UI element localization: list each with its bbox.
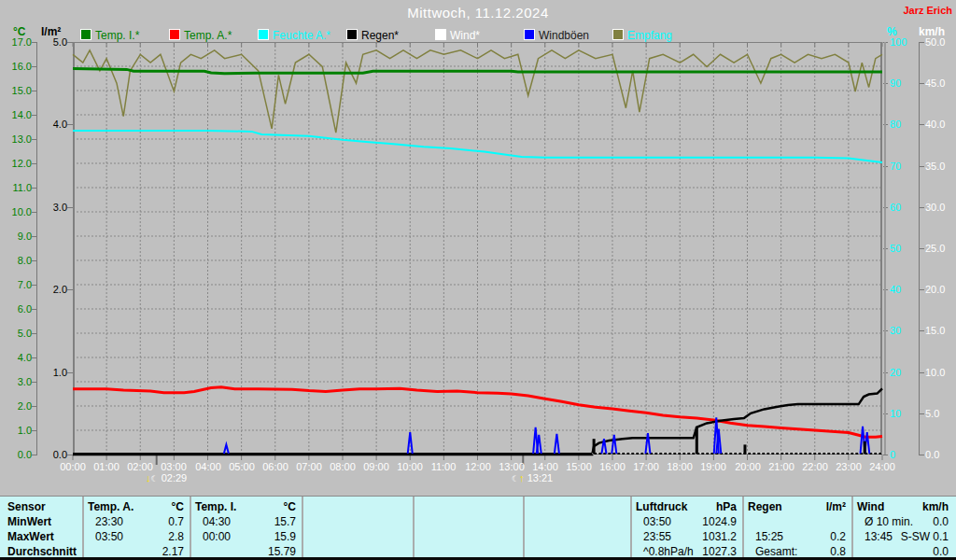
humidity-axis-label: 100 [890, 36, 907, 48]
celsius-axis-label: 12.0 [6, 158, 32, 169]
x-axis-label: 01:00 [88, 461, 125, 472]
celsius-axis-tick [32, 163, 36, 164]
humidity-axis-label: 60 [890, 202, 901, 213]
feuchte_a-swatch-icon [258, 29, 269, 40]
series-windboeen-spike [555, 434, 559, 454]
table-cell-value: 1031.2 [634, 530, 737, 543]
moon-marker-time: 13:21 [527, 472, 554, 483]
wind-swatch-icon [435, 29, 446, 40]
humidity-axis-label: 80 [890, 119, 901, 130]
table-cell-value: 0.8 [746, 545, 846, 558]
x-axis-label: 15:00 [560, 461, 598, 472]
celsius-axis-label: 3.0 [6, 376, 32, 387]
legend-item-windboeen[interactable]: Windböen [524, 29, 589, 42]
celsius-axis-label: 8.0 [6, 255, 32, 266]
x-axis-label: 05:00 [223, 461, 260, 472]
x-axis-label: 07:00 [290, 461, 328, 472]
legend-item-regen[interactable]: Regen* [346, 29, 399, 42]
wind-axis-tick [920, 289, 924, 290]
wind-axis-tick [920, 455, 924, 455]
legend-item-wind[interactable]: Wind* [435, 29, 480, 42]
celsius-axis-label: 5.0 [6, 328, 32, 339]
table-cell-value: 0.2 [746, 530, 846, 543]
series-windboeen-spike [645, 433, 650, 454]
empfang-swatch-icon [612, 29, 624, 40]
x-axis-label: 12:00 [459, 461, 497, 472]
celsius-axis-tick [32, 406, 36, 407]
legend-label: Windböen [539, 29, 589, 42]
legend-item-temp_i[interactable]: Temp. I.* [80, 29, 139, 42]
celsius-axis-label: 17.0 [6, 36, 32, 48]
moon-marker-moonrise: ☾↑ 13:21 [512, 472, 553, 483]
x-axis-label: 16:00 [594, 461, 631, 472]
table-cell-value: 2.17 [86, 545, 184, 558]
regen-swatch-icon [346, 29, 358, 40]
celsius-axis-label: 4.0 [6, 352, 32, 363]
table-group-unit: °C [193, 500, 296, 513]
x-axis-label: 21:00 [763, 461, 800, 472]
celsius-axis-tick [32, 188, 36, 189]
wind-axis-label: 15.0 [925, 325, 945, 336]
x-axis-label: 14:00 [527, 461, 564, 472]
celsius-axis-label: 16.0 [6, 61, 32, 72]
x-axis-label: 10:00 [391, 461, 429, 472]
wind-axis-tick [920, 42, 924, 43]
weather-chart-screen: Mittwoch, 11.12.2024 Jarz Erich °C l/m² … [0, 0, 956, 560]
table-group-unit: hPa [634, 500, 737, 513]
table-group-unit: °C [86, 500, 184, 513]
table-separator [302, 497, 303, 558]
table-row-label: MinWert [7, 515, 51, 528]
temp_i-swatch-icon [80, 29, 91, 40]
moonrise-arrow-icon: ↑ [519, 472, 525, 483]
moon-marker-moonset: ↓☾ 02:29 [146, 472, 187, 483]
x-axis-label: 06:00 [257, 461, 294, 472]
table-cell-value: 15.9 [193, 530, 296, 543]
rain-axis-label: 1.0 [39, 367, 67, 378]
legend-item-feuchte_a[interactable]: Feuchte A.* [258, 29, 330, 42]
legend-label: Temp. I.* [95, 29, 139, 42]
table-group-unit: l/m² [746, 500, 846, 513]
celsius-axis-label: 2.0 [6, 400, 32, 412]
celsius-axis-tick [32, 260, 36, 261]
table-separator [82, 497, 84, 558]
legend-label: Regen* [361, 29, 399, 42]
celsius-axis-label: 6.0 [6, 303, 32, 315]
celsius-axis-tick [32, 333, 36, 334]
celsius-axis-label: 15.0 [6, 85, 32, 96]
legend-item-temp_a[interactable]: Temp. A.* [169, 29, 232, 42]
wind-axis-tick [920, 413, 924, 414]
table-separator [742, 497, 744, 558]
humidity-axis-label: 30 [890, 325, 901, 336]
wind-axis-label: 25.0 [925, 243, 945, 254]
celsius-axis-tick [32, 357, 36, 358]
celsius-axis-label: 10.0 [6, 206, 32, 217]
wind-axis-tick [920, 248, 924, 249]
celsius-axis-tick [32, 212, 36, 213]
moon-icon: ☾ [151, 474, 159, 483]
table-cell-value: 15.7 [193, 515, 296, 528]
wind-axis-label: 20.0 [925, 284, 945, 295]
wind-axis-label: 30.0 [925, 202, 945, 213]
celsius-axis-tick [32, 91, 36, 91]
table-cell-value: S-SW 0.1 [855, 530, 949, 543]
x-axis-label: 03:00 [155, 461, 192, 472]
legend-label: Feuchte A.* [273, 29, 330, 42]
humidity-axis-label: 10 [890, 408, 901, 419]
celsius-axis-label: 7.0 [6, 279, 32, 290]
wind-axis-tick [920, 166, 924, 167]
x-axis-label: 18:00 [661, 461, 698, 472]
table-cell-value: 0.7 [86, 515, 184, 528]
celsius-axis-label: 9.0 [6, 231, 32, 242]
x-axis-label: 17:00 [627, 461, 665, 472]
legend-label: Empfang [627, 29, 672, 42]
humidity-axis-label: 70 [890, 161, 901, 172]
wind-axis-tick [920, 124, 924, 125]
celsius-axis-line [36, 42, 37, 455]
celsius-axis-tick [32, 115, 36, 116]
rain-axis-label: 2.0 [39, 284, 67, 295]
table-cell-value: 1027.3 [634, 545, 737, 558]
celsius-axis-tick [32, 236, 36, 237]
celsius-axis-tick [32, 139, 36, 140]
legend-item-empfang[interactable]: Empfang [612, 29, 672, 42]
rain-axis-label: 3.0 [39, 202, 67, 213]
